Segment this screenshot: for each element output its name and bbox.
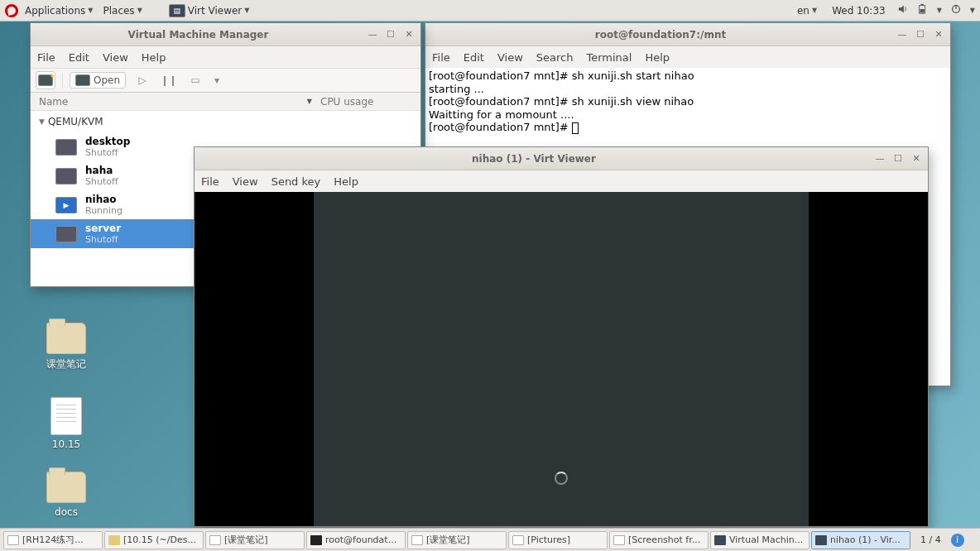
task-label: nihao (1) - Vir... [830,534,901,545]
task-label: [Screenshot fr... [628,534,700,545]
open-vm-button[interactable]: Open [70,72,126,89]
vm-status: Shutoff [85,176,118,187]
terminal-cursor [572,122,579,134]
desktop-file-1015[interactable]: 10.15 [33,397,99,450]
top-panel: Applications ▼ Places ▼ ▤ Virt Viewer ▼ … [0,0,980,22]
task-label: Virtual Machin... [729,534,803,545]
menu-sendkey[interactable]: Send key [271,175,321,188]
task-terminal[interactable]: root@foundat... [306,531,406,549]
menu-search[interactable]: Search [536,51,574,64]
menu-view[interactable]: View [233,175,258,188]
minimize-button[interactable]: — [896,28,909,41]
svg-rect-2 [920,9,924,12]
menu-file[interactable]: File [432,51,450,64]
column-cpu[interactable]: CPU usage [320,96,412,108]
clock-label: Wed 10:33 [832,5,886,17]
menu-file[interactable]: File [37,51,55,64]
separator [62,73,63,88]
expand-icon: ▼ [39,117,45,126]
vmm-icon [714,535,726,545]
vm-icon [55,226,77,242]
vmm-toolbar: Open ▷ ❙❙ ▭ ▾ [31,68,420,93]
terminal-line: Waitting for a momount .... [429,108,574,121]
menu-edit[interactable]: Edit [69,51,89,64]
vmm-titlebar[interactable]: Virtual Machine Manager — ☐ ✕ [31,23,420,46]
minimize-button[interactable]: — [366,28,379,41]
task-label: [RH124练习... [22,534,84,546]
viewer-titlebar[interactable]: nihao (1) - Virt Viewer — ☐ ✕ [195,147,928,170]
svg-rect-1 [920,4,924,6]
shutdown-button[interactable]: ▭ [185,71,205,89]
task-virt-viewer[interactable]: nihao (1) - Vir... [811,531,910,549]
desktop-folder-docs[interactable]: docs [33,472,99,518]
menu-view[interactable]: View [497,51,523,64]
applications-menu[interactable]: Applications ▼ [22,3,96,18]
close-button[interactable]: ✕ [910,152,923,165]
menu-view[interactable]: View [103,51,128,64]
language-label: en [797,5,809,17]
desktop-icon-label: docs [33,506,99,518]
vm-icon-running [55,197,77,213]
chevron-down-icon[interactable]: ▼ [937,7,942,14]
run-button[interactable]: ▷ [132,71,152,89]
clock[interactable]: Wed 10:33 [829,3,889,18]
viewer-display[interactable] [195,192,928,526]
shutdown-menu-button[interactable]: ▾ [212,71,222,89]
power-icon[interactable] [950,3,962,17]
terminal-title: root@foundation7:/mnt [430,29,891,41]
new-vm-button[interactable] [36,71,55,89]
workspace-indicator[interactable]: 1 / 4 [915,534,946,545]
column-name[interactable]: Name [39,96,68,108]
task-screenshot[interactable]: [Screenshot fr... [609,531,709,549]
menu-help[interactable]: Help [142,51,166,64]
sort-icon[interactable]: ▼ [307,98,312,105]
volume-icon[interactable] [897,3,909,17]
menu-terminal[interactable]: Terminal [586,51,632,64]
vm-name: nihao [85,194,122,205]
vm-status: Shutoff [85,147,130,158]
desktop-folder-notes[interactable]: 课堂笔记 [33,323,99,371]
chevron-down-icon[interactable]: ▼ [970,7,975,14]
task-1015[interactable]: [10.15 (~/Des... [104,531,204,549]
virt-viewer-window: nihao (1) - Virt Viewer — ☐ ✕ File View … [194,146,929,527]
task-notes2[interactable]: [课堂笔记] [407,531,507,549]
chevron-down-icon: ▼ [137,7,142,14]
menu-help[interactable]: Help [645,51,670,64]
task-label: [Pictures] [527,534,570,545]
applications-label: Applications [25,5,85,17]
task-notes1[interactable]: [课堂笔记] [205,531,305,549]
vm-name: desktop [85,136,130,147]
maximize-button[interactable]: ☐ [384,28,397,41]
task-vmm[interactable]: Virtual Machin... [710,531,809,549]
maximize-button[interactable]: ☐ [891,152,905,165]
vm-name: haha [85,165,118,176]
distro-icon [5,4,18,17]
minimize-button[interactable]: — [873,152,886,165]
terminal-icon [310,535,322,545]
pause-button[interactable]: ❙❙ [159,71,179,89]
terminal-line: [root@foundation7 mnt]# [429,121,572,133]
active-app-menu[interactable]: ▤ Virt Viewer ▼ [166,2,253,19]
terminal-titlebar[interactable]: root@foundation7:/mnt — ☐ ✕ [425,23,950,46]
close-button[interactable]: ✕ [402,28,416,41]
connection-group[interactable]: ▼ QEMU/KVM [31,111,420,132]
menu-edit[interactable]: Edit [464,51,484,64]
vm-icon [55,139,77,156]
places-menu[interactable]: Places ▼ [99,3,145,18]
places-label: Places [103,5,134,17]
close-button[interactable]: ✕ [932,28,945,41]
menu-file[interactable]: File [201,175,219,188]
chevron-down-icon: ▼ [244,7,249,14]
desktop-icon-label: 课堂笔记 [33,357,99,371]
notification-icon[interactable]: i [951,534,964,547]
chevron-down-icon: ▼ [812,7,817,14]
task-rh124[interactable]: [RH124练习... [3,531,103,549]
language-indicator[interactable]: en ▼ [794,3,820,18]
maximize-button[interactable]: ☐ [914,28,927,41]
chevron-down-icon: ▼ [88,7,93,14]
desktop-icon-label: 10.15 [33,438,99,450]
task-pictures[interactable]: [Pictures] [508,531,608,549]
battery-icon[interactable] [917,3,929,17]
menu-help[interactable]: Help [334,175,358,188]
vm-status: Shutoff [85,234,121,245]
